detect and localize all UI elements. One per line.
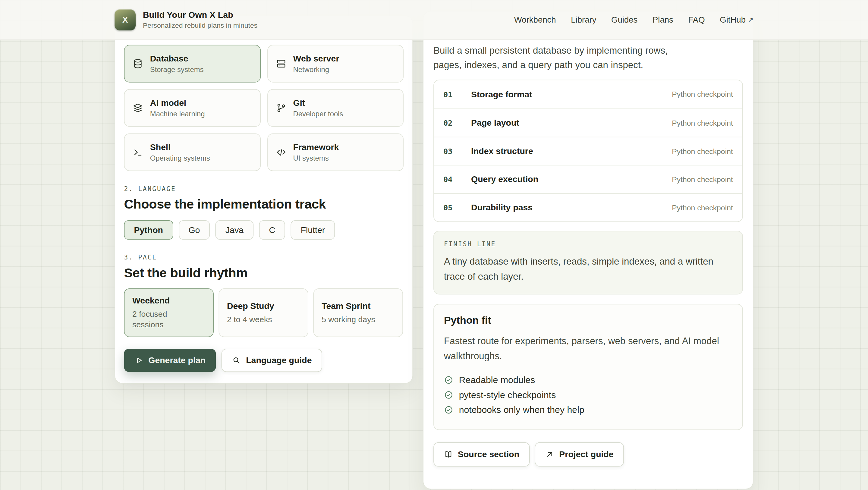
nav-library[interactable]: Library <box>571 15 596 24</box>
finish-line-label: FINISH LINE <box>444 240 733 248</box>
layers-icon <box>132 102 144 114</box>
language-pill-flutter[interactable]: Flutter <box>291 220 335 240</box>
topic-subtitle: Developer tools <box>293 110 343 118</box>
book-icon <box>444 450 453 459</box>
fit-point-label: Readable modules <box>459 375 535 385</box>
app-title: Build Your Own X Lab <box>143 10 257 20</box>
language-pill-c[interactable]: C <box>259 220 285 240</box>
pace-title: Team Sprint <box>321 301 395 311</box>
source-section-button[interactable]: Source section <box>433 442 530 467</box>
pace-detail: 2 focused sessions <box>132 309 196 330</box>
steps-list: 01 Storage format Python checkpoint 02 P… <box>433 80 743 222</box>
app-root: Database Storage systems <box>0 0 868 490</box>
step-title: Query execution <box>471 175 672 184</box>
language-pill-go[interactable]: Go <box>179 220 210 240</box>
pace-card-team-sprint[interactable]: Team Sprint 5 working days <box>313 288 403 337</box>
step-number: 04 <box>443 175 464 184</box>
topic-title: Framework <box>293 142 339 152</box>
pace-section-label: 3. PACE <box>124 253 404 261</box>
pace-heading: Set the build rhythm <box>124 266 404 281</box>
language-section-label: 2. LANGUAGE <box>124 185 404 192</box>
nav-workbench[interactable]: Workbench <box>514 15 556 24</box>
server-icon <box>276 58 287 69</box>
language-guide-button[interactable]: Language guide <box>221 349 322 372</box>
topic-subtitle: UI systems <box>293 154 339 162</box>
step-tag: Python checkpoint <box>672 204 733 212</box>
external-link-arrow-icon: ↗ <box>748 16 753 24</box>
plan-actions: Source section Project guide <box>433 442 743 467</box>
step-row-03: 03 Index structure Python checkpoint <box>434 137 742 165</box>
nav-plans[interactable]: Plans <box>652 15 673 24</box>
app-subtitle: Personalized rebuild plans in minutes <box>143 22 257 30</box>
topic-card-git[interactable]: Git Developer tools <box>267 89 404 127</box>
main-nav: Workbench Library Guides Plans FAQ GitHu… <box>514 15 753 24</box>
step-row-02: 02 Page layout Python checkpoint <box>434 109 742 137</box>
fit-text: Fastest route for experiments, parsers, … <box>444 334 733 364</box>
finish-line-box: FINISH LINE A tiny database with inserts… <box>433 231 743 295</box>
source-section-label: Source section <box>458 449 519 459</box>
step-tag: Python checkpoint <box>672 147 733 155</box>
topic-title: Web server <box>293 54 339 64</box>
language-guide-label: Language guide <box>246 356 312 366</box>
step-row-01: 01 Storage format Python checkpoint <box>434 80 742 109</box>
topic-subtitle: Storage systems <box>150 65 204 74</box>
generate-plan-button[interactable]: Generate plan <box>124 349 216 372</box>
check-circle-icon <box>444 375 453 385</box>
topic-grid: Database Storage systems <box>124 45 404 171</box>
step-tag: Python checkpoint <box>672 119 733 127</box>
topic-card-database[interactable]: Database Storage systems <box>124 45 260 83</box>
fit-point: notebooks only when they help <box>444 402 733 417</box>
project-guide-label: Project guide <box>559 449 613 459</box>
language-heading: Choose the implementation track <box>124 197 404 212</box>
step-number: 03 <box>443 147 464 155</box>
topic-card-shell[interactable]: Shell Operating systems <box>124 133 260 171</box>
topic-card-ai-model[interactable]: AI model Machine learning <box>124 89 260 127</box>
step-title: Page layout <box>471 118 672 128</box>
topic-title: AI model <box>150 98 205 108</box>
project-guide-button[interactable]: Project guide <box>535 442 624 467</box>
step-row-05: 05 Durability pass Python checkpoint <box>434 193 742 221</box>
terminal-icon <box>132 147 144 158</box>
nav-faq[interactable]: FAQ <box>688 15 705 24</box>
pace-detail: 2 to 4 weeks <box>227 314 291 325</box>
step-tag: Python checkpoint <box>672 90 733 98</box>
step-number: 01 <box>443 90 464 98</box>
logo-letter: X <box>122 15 128 24</box>
search-icon <box>232 356 241 365</box>
arrow-up-right-icon <box>545 450 554 459</box>
code-icon <box>276 147 287 158</box>
nav-guides[interactable]: Guides <box>611 15 638 24</box>
generate-plan-label: Generate plan <box>148 356 206 366</box>
topic-title: Git <box>293 98 343 108</box>
play-icon <box>134 356 143 365</box>
nav-github-label: GitHub <box>720 15 746 24</box>
step-row-04: 04 Query execution Python checkpoint <box>434 165 742 193</box>
topic-subtitle: Machine learning <box>150 110 205 118</box>
topic-card-framework[interactable]: Framework UI systems <box>267 133 404 171</box>
pace-card-deep-study[interactable]: Deep Study 2 to 4 weeks <box>219 288 309 337</box>
language-pill-python[interactable]: Python <box>124 220 173 240</box>
builder-actions: Generate plan Language guide <box>124 349 404 372</box>
git-branch-icon <box>276 102 287 114</box>
app-logo[interactable]: X <box>115 9 135 30</box>
pace-card-weekend[interactable]: Weekend 2 focused sessions <box>124 288 214 337</box>
step-title: Index structure <box>471 146 672 156</box>
brand[interactable]: X Build Your Own X Lab Personalized rebu… <box>115 9 257 30</box>
plan-panel: Build a small persistent database by imp… <box>423 11 753 489</box>
plan-intro: Build a small persistent database by imp… <box>433 44 675 72</box>
finish-line-text: A tiny database with inserts, reads, sim… <box>444 255 733 284</box>
language-pills: Python Go Java C Flutter <box>124 220 404 240</box>
fit-points: Readable modules pytest-style checkpoint… <box>444 372 733 417</box>
language-pill-java[interactable]: Java <box>216 220 253 240</box>
pace-detail: 5 working days <box>321 314 386 325</box>
fit-point-label: pytest-style checkpoints <box>459 390 556 400</box>
step-number: 02 <box>443 118 464 127</box>
header: X Build Your Own X Lab Personalized rebu… <box>0 0 868 40</box>
nav-github[interactable]: GitHub↗ <box>720 15 753 24</box>
topic-card-web-server[interactable]: Web server Networking <box>267 45 404 83</box>
fit-point-label: notebooks only when they help <box>459 405 584 415</box>
database-icon <box>132 58 144 69</box>
pace-options: Weekend 2 focused sessions Deep Study 2 … <box>124 288 404 337</box>
topic-subtitle: Networking <box>293 65 339 74</box>
pace-title: Weekend <box>132 296 205 306</box>
